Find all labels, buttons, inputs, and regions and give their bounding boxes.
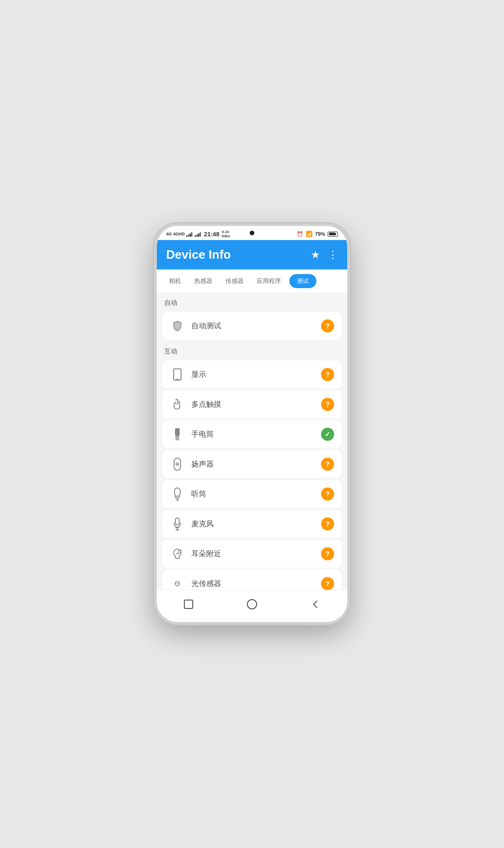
ear-proximity-label: 耳朵附近 bbox=[191, 549, 221, 559]
multitouch-label: 多点触摸 bbox=[191, 400, 221, 410]
tab-sensor[interactable]: 传感器 bbox=[221, 274, 248, 288]
wifi-icon: 📶 bbox=[306, 231, 313, 237]
list-item-multitouch[interactable]: 多点触摸 ? bbox=[162, 390, 342, 418]
mic-icon bbox=[170, 516, 185, 531]
flashlight-label: 手电筒 bbox=[191, 430, 214, 439]
mic-label: 麦克风 bbox=[191, 519, 214, 529]
bottom-nav bbox=[157, 590, 347, 622]
list-item-auto-test[interactable]: 自动测试 ? bbox=[162, 312, 342, 340]
app-title: Device Info bbox=[166, 247, 231, 262]
phone-shell: 4G 4GHD 21:48 0.10KB/s ⏰ 📶 79% bbox=[154, 223, 350, 625]
svg-text:A: A bbox=[175, 581, 179, 587]
network-type2-label: 4GHD bbox=[173, 232, 185, 236]
touch-icon bbox=[170, 397, 185, 412]
speaker-label: 扬声器 bbox=[191, 459, 214, 469]
list-item-mic[interactable]: 麦克风 ? bbox=[162, 510, 342, 538]
svg-rect-11 bbox=[175, 518, 179, 525]
list-item-left: 自动测试 bbox=[170, 318, 221, 333]
section-interactive-label: 互动 bbox=[157, 342, 347, 359]
phone-icon bbox=[170, 367, 185, 382]
shield-icon bbox=[170, 318, 185, 333]
svg-rect-26 bbox=[184, 600, 193, 608]
app-header: Device Info ★ ⋮ bbox=[157, 240, 347, 269]
light-sensor-icon: A bbox=[170, 576, 185, 590]
svg-rect-2 bbox=[175, 428, 180, 436]
signal-icon bbox=[186, 231, 192, 237]
section-auto-label: 自动 bbox=[157, 293, 347, 310]
header-icons: ★ ⋮ bbox=[311, 249, 338, 261]
list-item-light-sensor[interactable]: A 光传感器 ? bbox=[162, 570, 342, 590]
menu-button[interactable]: ⋮ bbox=[328, 249, 338, 261]
battery-icon bbox=[328, 232, 338, 237]
battery-percent: 79% bbox=[315, 231, 325, 237]
earpiece-icon bbox=[170, 487, 185, 502]
flashlight-status: ✓ bbox=[321, 428, 334, 441]
svg-rect-10 bbox=[176, 500, 179, 501]
ear-icon bbox=[170, 546, 185, 561]
auto-test-label: 自动测试 bbox=[191, 321, 221, 331]
list-item-display[interactable]: 显示 ? bbox=[162, 360, 342, 389]
network-speed: 0.10KB/s bbox=[222, 230, 230, 238]
nav-back-button[interactable] bbox=[180, 596, 197, 613]
time-display: 21:48 bbox=[204, 231, 219, 238]
list-item-ear-proximity[interactable]: 耳朵附近 ? bbox=[162, 540, 342, 568]
tab-camera[interactable]: 相机 bbox=[164, 274, 186, 288]
svg-point-27 bbox=[247, 600, 257, 609]
list-item-flashlight[interactable]: 手电筒 ✓ bbox=[162, 420, 342, 448]
list-item-speaker[interactable]: 扬声器 ? bbox=[162, 450, 342, 478]
nav-home-button[interactable] bbox=[244, 596, 260, 613]
svg-rect-8 bbox=[175, 488, 180, 496]
signal-icon-2 bbox=[195, 231, 201, 237]
list-item-earpiece[interactable]: 听筒 ? bbox=[162, 480, 342, 508]
svg-point-7 bbox=[177, 464, 178, 465]
multitouch-status: ? bbox=[321, 398, 334, 411]
status-right: ⏰ 📶 79% bbox=[297, 231, 338, 237]
auto-test-status: ? bbox=[321, 319, 334, 332]
tab-bar: 相机 热感器 传感器 应用程序 测试 bbox=[157, 269, 347, 293]
display-status: ? bbox=[321, 368, 334, 381]
tab-apps[interactable]: 应用程序 bbox=[252, 274, 286, 288]
speaker-icon bbox=[170, 457, 185, 472]
app-content[interactable]: Device Info ★ ⋮ 相机 热感器 传感器 应用程序 测试 自动 bbox=[157, 240, 347, 590]
display-label: 显示 bbox=[191, 370, 206, 380]
status-left: 4G 4GHD 21:48 0.10KB/s bbox=[166, 230, 231, 238]
alarm-icon: ⏰ bbox=[297, 231, 303, 237]
speaker-status: ? bbox=[321, 458, 334, 471]
tab-test[interactable]: 测试 bbox=[289, 274, 316, 288]
ear-proximity-status: ? bbox=[321, 547, 334, 560]
network-type-label: 4G bbox=[166, 232, 172, 236]
mic-status: ? bbox=[321, 517, 334, 530]
svg-rect-0 bbox=[174, 369, 181, 380]
light-sensor-label: 光传感器 bbox=[191, 579, 221, 589]
light-sensor-status: ? bbox=[321, 577, 334, 590]
earpiece-status: ? bbox=[321, 488, 334, 501]
camera-dot bbox=[250, 231, 254, 235]
star-button[interactable]: ★ bbox=[311, 249, 320, 261]
flashlight-icon bbox=[170, 427, 185, 442]
earpiece-label: 听筒 bbox=[191, 489, 206, 499]
tab-thermal[interactable]: 热感器 bbox=[189, 274, 217, 288]
svg-rect-4 bbox=[176, 438, 179, 439]
nav-recent-button[interactable] bbox=[307, 596, 324, 613]
